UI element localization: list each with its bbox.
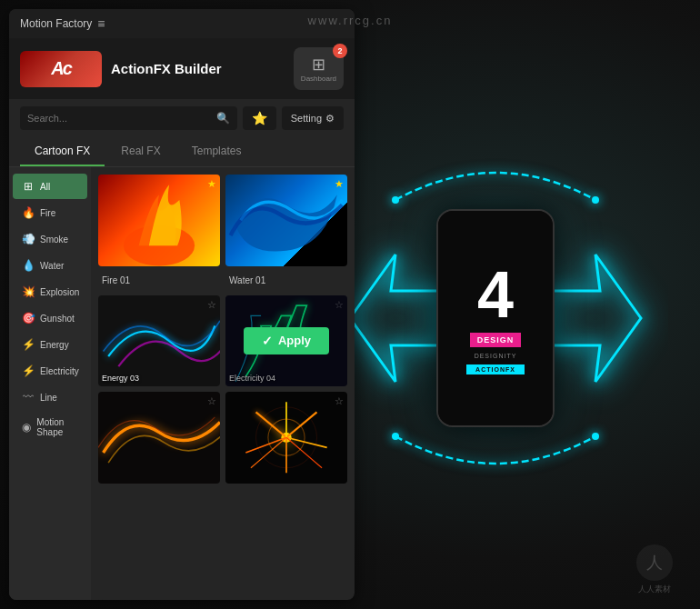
grid-item-electricity04[interactable]: ☆ Electricity 04 ✓ Apply: [225, 295, 347, 387]
favorites-button[interactable]: ⭐: [243, 106, 276, 130]
svg-point-0: [392, 196, 399, 204]
water01-label-cell: Water 01: [225, 272, 347, 290]
search-input[interactable]: [27, 113, 211, 124]
neon-glow-container: 4 DESIGN DESIGNITY ACTIONFX: [323, 91, 668, 545]
grid-item-water01-thumb[interactable]: ★: [225, 175, 347, 266]
setting-button[interactable]: Setting ⚙: [282, 106, 344, 130]
svg-point-1: [592, 196, 599, 204]
sidebar-item-fire[interactable]: 🔥 Fire: [13, 200, 87, 225]
electricity-label: Electricity: [40, 366, 79, 376]
motion-shape-icon: ◉: [22, 421, 31, 434]
electricity-icon: ⚡: [22, 364, 35, 377]
sidebar-item-motion-shape[interactable]: ◉ Motion Shape: [13, 411, 87, 444]
fire-label: Fire: [40, 208, 55, 218]
water01-star[interactable]: ★: [335, 178, 344, 190]
explosion-icon: 💥: [22, 285, 35, 298]
app-logo: Ac: [20, 51, 102, 87]
motion-factory-label: Motion Factory: [20, 17, 92, 30]
explosion2-star[interactable]: ☆: [335, 395, 344, 407]
water01-label: Water 01: [229, 275, 265, 285]
grid-item-energy03[interactable]: ☆ Energy 03: [98, 295, 220, 387]
tab-cartoon-fx[interactable]: Cartoon FX: [20, 137, 105, 166]
effects-grid: ★ ★ Fire 01: [98, 175, 347, 484]
tab-templates[interactable]: Templates: [177, 137, 256, 166]
svg-line-8: [286, 412, 317, 437]
svg-line-10: [245, 437, 286, 453]
logo-area: Ac ActionFX Builder 2 ⊞ Dashboard: [9, 38, 355, 99]
svg-point-2: [392, 433, 399, 440]
sidebar-item-smoke[interactable]: 💨 Smoke: [13, 226, 87, 252]
apply-label: Apply: [278, 334, 311, 347]
all-icon: ⊞: [22, 180, 35, 193]
all-label: All: [40, 182, 50, 192]
bottom-watermark: 人 人人素材: [636, 544, 673, 595]
watermark-circle-icon: 人: [636, 544, 673, 581]
top-watermark: www.rrcg.cn: [308, 14, 393, 27]
sidebar-item-water[interactable]: 💧 Water: [13, 253, 87, 278]
water01-thumbnail: [225, 175, 347, 266]
watermark-site-text: 人人素材: [638, 584, 671, 595]
tab-real-fx[interactable]: Real FX: [106, 137, 175, 166]
gunshot-label: Gunshot: [40, 314, 75, 324]
grid-item-explosion2[interactable]: ☆: [225, 392, 347, 484]
energy03-label: Energy 03: [102, 374, 139, 383]
search-icon: 🔍: [216, 112, 230, 125]
fire01-thumbnail: [98, 175, 220, 266]
fire01-star[interactable]: ★: [207, 178, 216, 190]
fire01-label: Fire 01: [102, 275, 130, 285]
sidebar-item-energy[interactable]: ⚡ Energy: [13, 332, 87, 357]
sidebar-item-explosion[interactable]: 💥 Explosion: [13, 279, 87, 304]
dashboard-icon: ⊞: [301, 55, 336, 75]
dashboard-label: Dashboard: [301, 75, 336, 83]
energy-icon: ⚡: [22, 338, 35, 351]
setting-icon: ⚙: [325, 113, 335, 125]
motion-shape-label: Motion Shape: [36, 417, 78, 437]
fire01-label-cell: Fire 01: [98, 272, 220, 290]
svg-line-7: [256, 412, 287, 437]
energy-label: Energy: [40, 340, 69, 350]
phone-mockup: 4 DESIGN DESIGNITY ACTIONFX: [436, 209, 555, 427]
phone-sub-text: DESIGNITY: [475, 353, 517, 359]
menu-icon[interactable]: ≡: [97, 16, 105, 31]
phone-number: 4: [477, 262, 514, 327]
sidebar-item-gunshot[interactable]: 🎯 Gunshot: [13, 305, 87, 331]
sidebar-item-electricity[interactable]: ⚡ Electricity: [13, 358, 87, 384]
line-label: Line: [40, 393, 57, 403]
energy03-star[interactable]: ☆: [207, 299, 216, 311]
effects-grid-area: ★ ★ Fire 01: [91, 167, 355, 600]
grid-item-fire01-thumb[interactable]: ★: [98, 175, 220, 266]
apply-check-icon: ✓: [262, 334, 273, 348]
explosion2-thumbnail: [225, 392, 347, 484]
content-area: ⊞ All 🔥 Fire 💨 Smoke 💧 Water 💥 Explosion: [9, 167, 355, 600]
tabs-bar: Cartoon FX Real FX Templates: [9, 137, 355, 167]
explosion-label: Explosion: [40, 287, 79, 297]
svg-point-3: [592, 433, 599, 440]
phone-screen: 4 DESIGN DESIGNITY ACTIONFX: [438, 211, 553, 425]
smoke-icon: 💨: [22, 233, 35, 245]
fire-icon: 🔥: [22, 206, 35, 219]
main-panel: Motion Factory ≡ Ac ActionFX Builder 2 ⊞…: [9, 9, 355, 600]
gunshot-icon: 🎯: [22, 312, 35, 324]
phone-bottom-bar: ACTIONFX: [466, 364, 525, 374]
sidebar-item-all[interactable]: ⊞ All: [13, 174, 87, 199]
smoke-label: Smoke: [40, 235, 68, 245]
search-bar: 🔍 ⭐ Setting ⚙: [9, 99, 355, 137]
search-input-wrap: 🔍: [20, 106, 237, 130]
setting-label: Setting: [291, 113, 322, 124]
notification-badge: 2: [333, 44, 347, 58]
phone-badge: DESIGN: [470, 333, 522, 347]
line1-thumbnail: [98, 392, 220, 484]
dashboard-button[interactable]: 2 ⊞ Dashboard: [294, 47, 344, 90]
panel-header: Motion Factory ≡: [9, 9, 355, 38]
line-icon: 〰: [22, 391, 35, 404]
water-icon: 💧: [22, 259, 35, 272]
app-name-label: ActionFX Builder: [111, 61, 285, 76]
grid-item-line1[interactable]: ☆: [98, 392, 220, 484]
apply-button[interactable]: ✓ Apply: [244, 327, 329, 354]
line1-star[interactable]: ☆: [207, 395, 216, 407]
sidebar-item-line[interactable]: 〰 Line: [13, 384, 87, 410]
category-sidebar: ⊞ All 🔥 Fire 💨 Smoke 💧 Water 💥 Explosion: [9, 167, 91, 600]
apply-overlay: ✓ Apply: [225, 295, 347, 387]
logo-text: Ac: [51, 58, 71, 79]
energy03-thumbnail: [98, 295, 220, 387]
